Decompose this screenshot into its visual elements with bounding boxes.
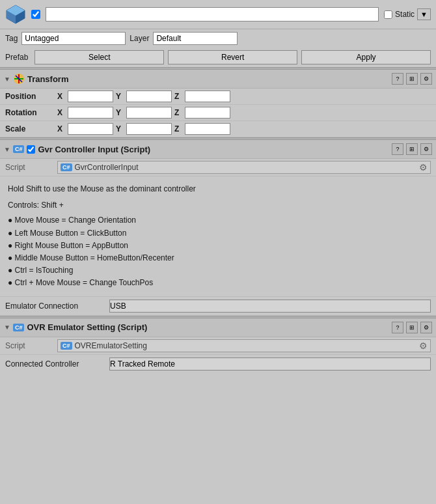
- scale-label: Scale: [5, 124, 57, 133]
- position-xyz-group: X 0 Y 0 Z 0: [57, 91, 431, 102]
- transform-help-button[interactable]: ?: [392, 73, 403, 85]
- tag-label: Tag: [5, 34, 18, 43]
- scale-z-label: Z: [174, 124, 182, 133]
- emulator-label: Emulator Connection: [5, 301, 109, 311]
- ovr-component-icons: ? ⊞ ⚙: [392, 322, 432, 333]
- gvr-enabled-checkbox[interactable]: [27, 145, 35, 154]
- gvr-controller-component: ▼ C# Gvr Controller Input (Script) ? ⊞ ⚙…: [0, 140, 436, 316]
- position-z-label: Z: [174, 92, 182, 101]
- gameobject-name-input[interactable]: GvrControllerMain: [46, 7, 379, 21]
- ovr-gear-button[interactable]: ⚙: [420, 322, 432, 333]
- gvr-gear-button[interactable]: ⚙: [420, 143, 432, 155]
- gvr-controls-line: Controls: Shift +: [8, 199, 428, 212]
- rotation-label: Rotation: [5, 108, 57, 117]
- prefab-row: Prefab Select Revert Apply: [0, 48, 436, 67]
- gvr-cs-badge: C#: [13, 145, 25, 153]
- emulator-select[interactable]: USB Wi-Fi None: [109, 300, 431, 313]
- scale-z-input[interactable]: 1: [185, 123, 230, 135]
- ovr-script-value: C# OVREmulatorSetting ⚙: [57, 339, 431, 352]
- transform-component-icons: ? ⊞ ⚙: [392, 73, 432, 85]
- ovr-title: OVR Emulator Setting (Script): [27, 322, 389, 332]
- transform-layout-button[interactable]: ⊞: [406, 73, 418, 85]
- ovr-script-label: Script: [5, 341, 57, 350]
- static-area: Static ▼: [384, 8, 431, 20]
- list-item: Middle Mouse Button = HomeButton/Recente…: [8, 252, 428, 264]
- gvr-script-gear-icon[interactable]: ⚙: [419, 162, 428, 173]
- gvr-expand-arrow[interactable]: ▼: [4, 146, 10, 153]
- gvr-help-button[interactable]: ?: [392, 143, 403, 155]
- list-item: Right Mouse Button = AppButton: [8, 240, 428, 252]
- ovr-layout-button[interactable]: ⊞: [406, 322, 418, 333]
- connected-row: Connected Controller R Tracked Remote L …: [0, 355, 436, 373]
- gvr-script-name: GvrControllerInput: [75, 163, 139, 172]
- scale-x-input[interactable]: 1: [68, 123, 113, 135]
- ovr-script-row: Script C# OVREmulatorSetting ⚙: [0, 337, 436, 355]
- position-y-input[interactable]: 0: [126, 91, 172, 102]
- gvr-controller-header: ▼ C# Gvr Controller Input (Script) ? ⊞ ⚙: [0, 140, 436, 159]
- ovr-header: ▼ C# OVR Emulator Setting (Script) ? ⊞ ⚙: [0, 318, 436, 337]
- position-row: Position X 0 Y 0 Z 0: [0, 89, 436, 105]
- revert-button[interactable]: Revert: [168, 50, 297, 64]
- tag-layer-row: Tag Untagged Layer Default: [0, 29, 436, 48]
- scale-y-label: Y: [116, 124, 124, 133]
- transform-header: ▼ Transform ? ⊞ ⚙: [0, 70, 436, 89]
- gvr-script-value: C# GvrControllerInput ⚙: [57, 161, 431, 174]
- emulator-row: Emulator Connection USB Wi-Fi None: [0, 297, 436, 316]
- transform-gear-button[interactable]: ⚙: [420, 73, 432, 85]
- rotation-y-label: Y: [116, 108, 124, 117]
- gvr-info-box: Hold Shift to use the Mouse as the domin…: [0, 176, 436, 297]
- unity-cube-icon: [5, 4, 26, 25]
- layer-select[interactable]: Default: [153, 32, 238, 45]
- ovr-script-cs-badge: C#: [61, 342, 72, 350]
- connected-label: Connected Controller: [5, 359, 109, 369]
- position-x-label: X: [57, 92, 65, 101]
- list-item: Ctrl + Move Mouse = Change TouchPos: [8, 277, 428, 289]
- scale-x-label: X: [57, 124, 65, 133]
- active-checkbox[interactable]: [31, 10, 40, 19]
- select-button[interactable]: Select: [34, 50, 164, 64]
- scale-row: Scale X 1 Y 1 Z 1: [0, 121, 436, 137]
- position-x-input[interactable]: 0: [68, 91, 113, 102]
- ovr-emulator-component: ▼ C# OVR Emulator Setting (Script) ? ⊞ ⚙…: [0, 318, 436, 373]
- header-bar: GvrControllerMain Static ▼: [0, 0, 436, 29]
- rotation-z-input[interactable]: 0: [185, 107, 230, 119]
- list-item: Left Mouse Button = ClickButton: [8, 227, 428, 240]
- static-label: Static: [395, 10, 415, 19]
- transform-expand-arrow[interactable]: ▼: [4, 76, 10, 83]
- transform-component: ▼ Transform ? ⊞ ⚙ Position X 0 Y 0 Z 0 R…: [0, 70, 436, 137]
- gvr-info-title: Hold Shift to use the Mouse as the domin…: [8, 183, 428, 195]
- layer-label: Layer: [129, 34, 149, 43]
- ovr-help-button[interactable]: ?: [392, 322, 403, 333]
- apply-button[interactable]: Apply: [301, 50, 431, 64]
- static-dropdown-button[interactable]: ▼: [417, 8, 431, 20]
- list-item: Ctrl = IsTouching: [8, 264, 428, 277]
- gvr-layout-button[interactable]: ⊞: [406, 143, 418, 155]
- position-label: Position: [5, 92, 57, 101]
- scale-xyz-group: X 1 Y 1 Z 1: [57, 123, 431, 135]
- position-z-input[interactable]: 0: [185, 91, 230, 102]
- tag-select[interactable]: Untagged: [21, 32, 126, 45]
- ovr-script-gear-icon[interactable]: ⚙: [419, 341, 428, 351]
- gvr-title: Gvr Controller Input (Script): [38, 145, 389, 154]
- static-checkbox[interactable]: [384, 10, 392, 19]
- rotation-y-input[interactable]: 0: [126, 107, 172, 119]
- rotation-x-input[interactable]: 0: [68, 107, 113, 119]
- gvr-component-icons: ? ⊞ ⚙: [392, 143, 432, 155]
- scale-y-input[interactable]: 1: [126, 123, 172, 135]
- rotation-xyz-group: X 0 Y 0 Z 0: [57, 107, 431, 119]
- ovr-expand-arrow[interactable]: ▼: [4, 324, 10, 331]
- transform-title: Transform: [27, 74, 389, 84]
- position-y-label: Y: [116, 92, 124, 101]
- connected-select[interactable]: R Tracked Remote L Tracked Remote Gamepa…: [109, 357, 431, 371]
- ovr-cs-badge: C#: [13, 324, 25, 331]
- prefab-label: Prefab: [5, 53, 28, 62]
- gvr-script-label: Script: [5, 163, 57, 172]
- rotation-row: Rotation X 0 Y 0 Z 0: [0, 105, 436, 121]
- gvr-controls-list: Move Mouse = Change Orientation Left Mou…: [8, 214, 428, 289]
- gvr-script-cs-badge: C#: [61, 163, 72, 171]
- ovr-script-name: OVREmulatorSetting: [75, 341, 147, 350]
- transform-axes-icon: [13, 73, 25, 85]
- gvr-script-row: Script C# GvrControllerInput ⚙: [0, 159, 436, 176]
- rotation-x-label: X: [57, 108, 65, 117]
- list-item: Move Mouse = Change Orientation: [8, 214, 428, 227]
